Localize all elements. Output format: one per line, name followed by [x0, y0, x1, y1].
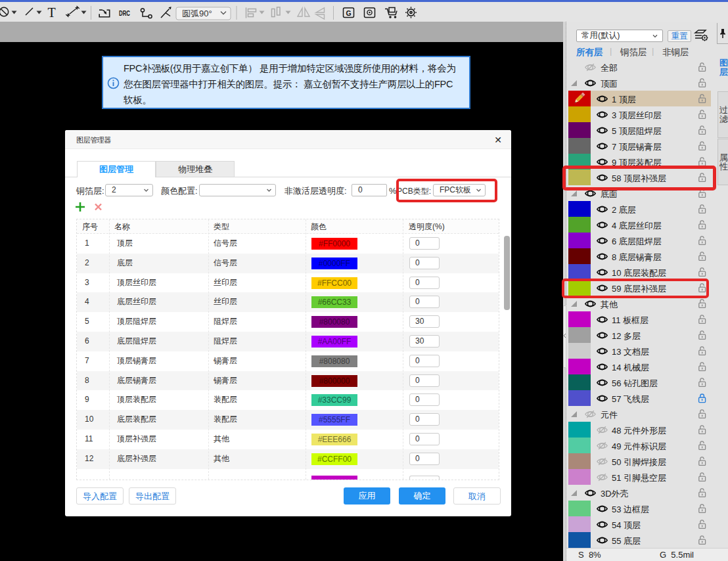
svg-text:T: T: [48, 5, 56, 20]
svg-text:圆弧90°: 圆弧90°: [182, 9, 212, 18]
svg-text:G: G: [346, 9, 352, 17]
svg-text:DRC: DRC: [119, 9, 130, 17]
